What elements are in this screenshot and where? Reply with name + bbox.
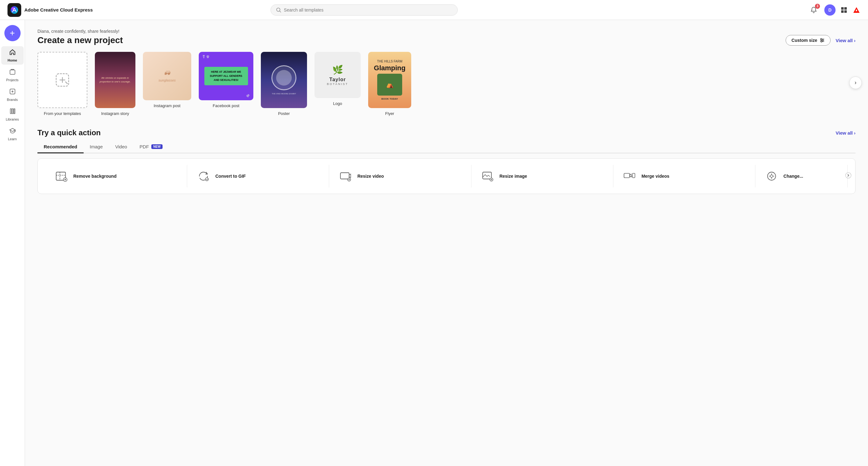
app-body: + Home Projects xyxy=(0,20,868,466)
merge-videos-label: Merge videos xyxy=(642,173,669,179)
svg-point-0 xyxy=(10,6,18,14)
from-templates-thumb xyxy=(37,52,87,108)
templates-next-button[interactable]: › xyxy=(849,77,862,89)
grid-icon[interactable] xyxy=(841,6,847,13)
instagram-story-label: Instagram story xyxy=(101,111,129,116)
chevron-right-icon: › xyxy=(854,130,856,136)
logo-thumb: 🌿 Taylor BOTANIST xyxy=(314,52,361,98)
sidebar-item-projects[interactable]: Projects xyxy=(1,66,24,84)
svg-rect-25 xyxy=(624,173,630,178)
create-header-actions: Custom size View all › xyxy=(786,35,856,46)
template-icon xyxy=(53,70,72,90)
instagram-post-label: Instagram post xyxy=(154,104,181,108)
quick-action-header: Try a quick action View all › xyxy=(37,128,856,137)
avatar[interactable]: D xyxy=(824,4,836,16)
svg-rect-7 xyxy=(10,70,15,74)
custom-size-button[interactable]: Custom size xyxy=(786,35,831,46)
sidebar-item-brands[interactable]: Brands xyxy=(1,86,24,104)
libraries-icon xyxy=(9,108,16,116)
quick-action-view-all-link[interactable]: View all › xyxy=(836,130,856,136)
convert-gif-label: Convert to GIF xyxy=(215,173,246,179)
sidebar-home-label: Home xyxy=(7,58,17,62)
create-button[interactable]: + xyxy=(4,25,21,41)
create-view-all-link[interactable]: View all › xyxy=(836,38,856,43)
template-card-poster[interactable]: THE VINO MOORE EXHIBIT Poster xyxy=(261,52,307,116)
header-actions: 3 D xyxy=(808,4,861,16)
notification-badge: 3 xyxy=(815,4,820,9)
sidebar-brands-label: Brands xyxy=(7,98,18,101)
svg-point-20 xyxy=(205,178,209,181)
plus-icon: + xyxy=(10,29,15,37)
template-card-instagram-story[interactable]: life shrinks or expands in proportion to… xyxy=(95,52,135,116)
sidebar-projects-label: Projects xyxy=(6,78,19,82)
quick-action-change[interactable]: Change... xyxy=(755,165,848,187)
main-content: Diana, create confidently, share fearles… xyxy=(25,20,868,466)
projects-icon xyxy=(9,68,16,77)
svg-point-29 xyxy=(845,173,851,178)
create-section-title: Create a new project xyxy=(37,35,123,45)
quick-action-view-all-label: View all xyxy=(836,130,853,136)
quick-actions-row: Remove background Convert to GIF xyxy=(37,158,856,194)
svg-point-17 xyxy=(821,41,822,42)
tab-pdf[interactable]: PDF NEW xyxy=(133,141,168,153)
learn-icon xyxy=(9,127,16,136)
template-card-facebook-post[interactable]: ⚧⚢ HERE AT JEZWEAR WE SUPPORT ALL GENDER… xyxy=(199,52,253,108)
adobe-icon[interactable] xyxy=(852,6,861,14)
search-bar[interactable] xyxy=(271,4,458,16)
quick-action-merge-videos[interactable]: Merge videos xyxy=(613,165,755,187)
pdf-new-badge: NEW xyxy=(151,144,162,149)
resize-video-label: Resize video xyxy=(357,173,384,179)
fb-thumb: ⚧⚢ HERE AT JEZWEAR WE SUPPORT ALL GENDER… xyxy=(199,52,253,100)
svg-point-27 xyxy=(768,172,776,180)
svg-line-2 xyxy=(280,11,281,12)
svg-rect-3 xyxy=(841,7,844,10)
sidebar-learn-label: Learn xyxy=(8,137,17,141)
tab-video[interactable]: Video xyxy=(109,141,133,153)
from-templates-label: From your templates xyxy=(44,111,81,116)
sidebar-item-libraries[interactable]: Libraries xyxy=(1,105,24,124)
tab-recommended[interactable]: Recommended xyxy=(37,141,84,153)
quick-action-resize-image[interactable]: Resize image xyxy=(471,165,613,187)
change-icon xyxy=(764,169,779,184)
search-icon xyxy=(276,7,281,13)
template-card-instagram-post[interactable]: 🕶 sunglasses Instagram post xyxy=(143,52,191,108)
quick-action-convert-gif[interactable]: Convert to GIF xyxy=(187,165,329,187)
svg-point-16 xyxy=(822,40,824,41)
tab-pdf-label: PDF xyxy=(140,144,149,149)
tab-recommended-label: Recommended xyxy=(44,144,78,149)
from-templates-card[interactable]: From your templates xyxy=(37,52,87,116)
sidebar-item-home[interactable]: Home xyxy=(1,46,24,65)
quick-action-remove-bg[interactable]: Remove background xyxy=(45,165,187,187)
greeting-text: Diana, create confidently, share fearles… xyxy=(37,29,856,34)
search-input[interactable] xyxy=(284,7,453,12)
sidebar-libraries-label: Libraries xyxy=(6,117,19,121)
resize-video-icon xyxy=(338,169,353,184)
quick-actions-next-button[interactable] xyxy=(845,172,851,180)
quick-action-resize-video[interactable]: Resize video xyxy=(329,165,471,187)
svg-rect-6 xyxy=(844,10,847,13)
facebook-post-label: Facebook post xyxy=(213,104,239,108)
svg-point-28 xyxy=(770,175,773,177)
tab-image[interactable]: Image xyxy=(84,141,109,153)
poster-thumb: THE VINO MOORE EXHIBIT xyxy=(261,52,307,108)
sidebar-item-learn[interactable]: Learn xyxy=(1,125,24,143)
resize-image-label: Resize image xyxy=(499,173,527,179)
svg-rect-5 xyxy=(841,10,844,13)
svg-rect-21 xyxy=(340,173,349,179)
svg-rect-9 xyxy=(10,109,11,114)
post-thumb: 🕶 sunglasses xyxy=(143,52,191,100)
notifications-button[interactable]: 3 xyxy=(808,4,819,16)
flyer-label: Flyer xyxy=(385,111,394,116)
quick-action-section: Try a quick action View all › Recommende… xyxy=(37,128,856,194)
logo-label: Logo xyxy=(333,101,342,106)
sliders-icon xyxy=(819,38,825,43)
template-card-logo[interactable]: 🌿 Taylor BOTANIST Logo xyxy=(314,52,361,106)
custom-size-label: Custom size xyxy=(792,38,817,43)
change-label: Change... xyxy=(783,173,803,179)
convert-gif-icon xyxy=(196,169,211,184)
quick-action-tabs: Recommended Image Video PDF NEW xyxy=(37,141,856,153)
app-logo[interactable]: Adobe Creative Cloud Express xyxy=(7,3,93,17)
svg-rect-11 xyxy=(14,109,15,114)
home-icon xyxy=(9,49,16,57)
template-card-flyer[interactable]: THE HILLS FARM Glamping ⛺ BOOK TODAY Fly… xyxy=(368,52,411,116)
